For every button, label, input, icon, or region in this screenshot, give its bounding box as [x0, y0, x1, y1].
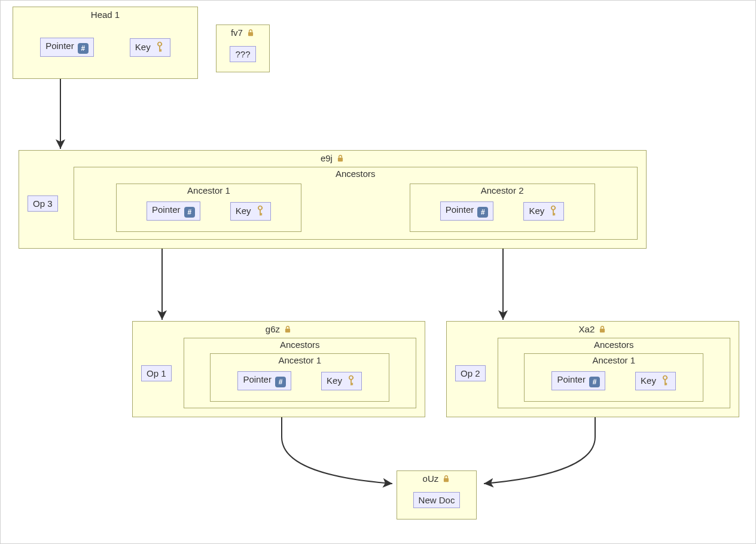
key-label: Key	[236, 206, 251, 216]
key-icon	[660, 375, 670, 387]
hash-icon: #	[78, 43, 89, 54]
pointer-label: Pointer	[152, 204, 181, 215]
e9j-anc2-pointer-chip: Pointer #	[440, 201, 494, 221]
node-e9j: e9j Op 3 Ancestors Ancestor 1 Pointer #	[19, 150, 647, 249]
key-icon	[255, 205, 266, 218]
svg-point-6	[349, 375, 354, 380]
e9j-ancestor2: Ancestor 2 Pointer # Key	[410, 184, 595, 232]
svg-point-8	[663, 375, 668, 380]
fv7-unknown-chip: ???	[230, 46, 255, 62]
g6z-anc1-pointer-chip: Pointer #	[237, 371, 291, 390]
ancestor1-label: Ancestor 1	[211, 354, 389, 366]
node-ouz: oUz New Doc	[397, 470, 477, 519]
svg-rect-5	[285, 329, 290, 332]
hash-icon: #	[589, 377, 600, 387]
node-ouz-title: oUz	[397, 471, 476, 486]
key-icon	[346, 375, 356, 387]
node-g6z-title-text: g6z	[266, 324, 280, 334]
lock-icon	[598, 325, 606, 335]
hash-icon: #	[477, 207, 488, 218]
xa2-anc1-pointer-chip: Pointer #	[551, 371, 605, 390]
node-fv7: fv7 ???	[216, 25, 270, 72]
pointer-label: Pointer	[446, 204, 474, 215]
svg-point-0	[157, 41, 162, 47]
key-icon	[548, 205, 559, 218]
node-xa2-title-text: Xa2	[579, 324, 595, 334]
xa2-op-chip: Op 2	[455, 365, 486, 381]
svg-rect-9	[444, 478, 449, 482]
lock-icon	[284, 325, 292, 335]
svg-point-4	[551, 205, 556, 210]
svg-rect-7	[600, 329, 605, 332]
e9j-op-chip: Op 3	[28, 195, 58, 212]
node-g6z: g6z Op 1 Ancestors Ancestor 1 Pointer #	[132, 321, 425, 417]
e9j-anc2-key-chip: Key	[523, 202, 564, 221]
pointer-label: Pointer	[557, 374, 586, 384]
hash-icon: #	[184, 207, 195, 218]
g6z-op-chip: Op 1	[141, 365, 172, 381]
hash-icon: #	[275, 377, 286, 387]
e9j-ancestor1: Ancestor 1 Pointer # Key	[116, 184, 301, 232]
diagram-canvas: Head 1 Pointer # Key fv7 ???	[0, 0, 756, 544]
ancestor1-label: Ancestor 1	[525, 354, 703, 366]
ancestor1-label: Ancestor 1	[117, 184, 301, 197]
lock-icon	[246, 29, 255, 39]
ancestors-label: Ancestors	[498, 338, 730, 351]
key-label: Key	[135, 42, 151, 52]
head1-key-chip: Key	[130, 38, 170, 57]
lock-icon	[336, 154, 345, 164]
node-e9j-title-text: e9j	[321, 153, 333, 163]
ancestors-label: Ancestors	[184, 338, 416, 351]
pointer-label: Pointer	[243, 374, 272, 384]
key-label: Key	[641, 375, 656, 386]
ancestor2-label: Ancestor 2	[410, 184, 595, 197]
xa2-ancestors-box: Ancestors Ancestor 1 Pointer # Key	[498, 338, 730, 408]
pointer-label: Pointer	[45, 41, 74, 51]
xa2-ancestor1: Ancestor 1 Pointer # Key	[524, 353, 703, 402]
node-xa2: Xa2 Op 2 Ancestors Ancestor 1 Pointer #	[446, 321, 739, 417]
head1-pointer-chip: Pointer #	[40, 38, 94, 57]
svg-rect-1	[248, 32, 253, 36]
ancestors-label: Ancestors	[74, 167, 637, 180]
e9j-anc1-pointer-chip: Pointer #	[147, 201, 200, 221]
g6z-ancestor1: Ancestor 1 Pointer # Key	[210, 353, 389, 402]
node-g6z-title: g6z	[133, 322, 425, 337]
g6z-anc1-key-chip: Key	[321, 372, 362, 390]
lock-icon	[442, 475, 450, 485]
ouz-newdoc-chip: New Doc	[413, 492, 461, 508]
node-fv7-title-text: fv7	[231, 27, 243, 38]
key-label: Key	[529, 206, 544, 216]
node-e9j-title: e9j	[19, 151, 646, 166]
e9j-anc1-key-chip: Key	[230, 202, 271, 221]
node-fv7-title: fv7	[217, 25, 269, 40]
g6z-ancestors-box: Ancestors Ancestor 1 Pointer # Key	[184, 338, 416, 408]
node-head1: Head 1 Pointer # Key	[13, 7, 198, 79]
svg-point-3	[257, 205, 263, 210]
key-icon	[154, 41, 165, 54]
xa2-anc1-key-chip: Key	[635, 372, 676, 390]
node-head1-title: Head 1	[13, 7, 197, 21]
key-label: Key	[327, 375, 342, 386]
edges-layer	[1, 1, 756, 544]
e9j-ancestors-box: Ancestors Ancestor 1 Pointer # Key	[74, 167, 638, 240]
node-ouz-title-text: oUz	[423, 473, 439, 484]
node-xa2-title: Xa2	[447, 322, 739, 337]
svg-rect-2	[338, 158, 343, 161]
